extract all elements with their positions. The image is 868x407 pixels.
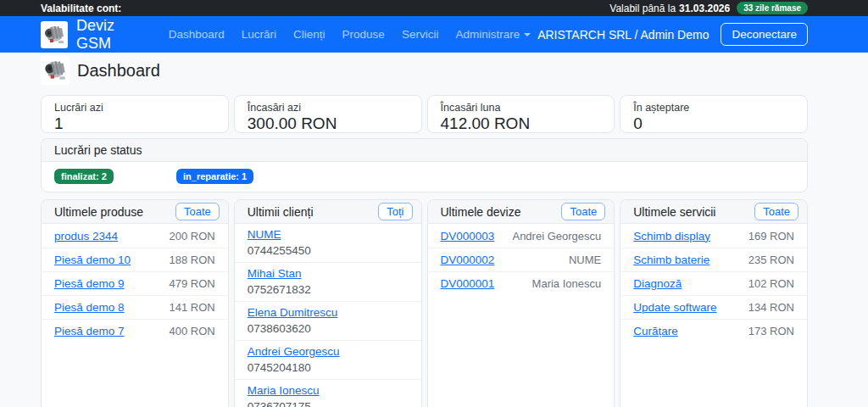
status-badge-wrap: in_reparatie: 1 xyxy=(176,168,298,184)
client-phone: 0745204180 xyxy=(248,360,409,376)
product-row: Piesă demo 7400 RON xyxy=(42,319,228,343)
client-phone: 0744255450 xyxy=(248,243,409,259)
client-phone: 0738603620 xyxy=(248,321,409,337)
service-link[interactable]: Curățare xyxy=(633,325,678,337)
panel-products-title: Ultimele produse xyxy=(54,205,143,219)
service-price: 235 RON xyxy=(748,254,794,266)
invoice-row: DV000003Andrei Georgescu xyxy=(428,224,615,248)
client-row: Mihai Stan0752671832 xyxy=(235,262,421,301)
client-row: NUME0744255450 xyxy=(235,224,421,262)
main-navbar: Deviz GSM DashboardLucrăriCliențiProduse… xyxy=(0,16,868,53)
service-row: Curățare173 RON xyxy=(620,319,807,343)
service-row: Schimb display169 RON xyxy=(620,224,807,248)
stat-value: 412.00 RON xyxy=(441,114,602,133)
product-price: 400 RON xyxy=(170,325,215,337)
client-row: Elena Dumitrescu0738603620 xyxy=(235,301,421,340)
invoices-all-button[interactable]: Toate xyxy=(561,203,605,220)
client-row: Andrei Georgescu0745204180 xyxy=(235,340,421,379)
product-row: Piesă demo 10188 RON xyxy=(42,248,228,271)
panel-products: Ultimele produse Toate produs 2344200 RO… xyxy=(41,199,229,407)
stat-value: 0 xyxy=(633,114,794,133)
panel-clients: Ultimii clienți Toți NUME0744255450Mihai… xyxy=(234,199,422,407)
service-link[interactable]: Diagnoză xyxy=(633,277,682,290)
stat-card: Lucrări azi1 xyxy=(41,95,229,133)
client-phone: 0752671832 xyxy=(248,282,409,298)
stat-card: Încasări azi300.00 RON xyxy=(234,95,422,133)
invoice-link[interactable]: DV000003 xyxy=(441,230,495,243)
stat-card: Încasări luna412.00 RON xyxy=(427,95,615,133)
product-price: 188 RON xyxy=(170,254,215,266)
valid-until-date: 31.03.2026 xyxy=(679,3,730,14)
nav-item-label: Lucrări xyxy=(242,28,276,41)
alternator-icon xyxy=(42,57,69,84)
client-link[interactable]: Maria Ionescu xyxy=(248,384,320,397)
nav-item-label: Administrare xyxy=(455,28,520,41)
client-link[interactable]: Andrei Georgescu xyxy=(248,345,340,358)
stat-value: 1 xyxy=(54,114,215,133)
panel-services: Ultimele servicii Toate Schimb display16… xyxy=(620,199,808,407)
chevron-down-icon xyxy=(524,33,531,36)
product-row: Piesă demo 8141 RON xyxy=(42,295,228,319)
stat-card: În așteptare0 xyxy=(620,95,808,133)
service-link[interactable]: Schimb display xyxy=(633,230,710,243)
nav-item-clienti[interactable]: Clienți xyxy=(287,25,332,44)
page-logo xyxy=(41,56,70,85)
service-price: 134 RON xyxy=(748,301,794,314)
product-link[interactable]: Piesă demo 9 xyxy=(54,277,125,290)
status-badges: finalizat: 2in_reparatie: 1 xyxy=(42,162,807,192)
stat-label: Încasări luna xyxy=(441,101,602,114)
nav-item-dashboard[interactable]: Dashboard xyxy=(162,25,231,44)
client-link[interactable]: NUME xyxy=(248,228,281,241)
client-link[interactable]: Mihai Stan xyxy=(248,267,302,280)
nav-item-lucrari[interactable]: Lucrări xyxy=(235,25,283,44)
days-remaining-badge: 33 zile rămase xyxy=(737,2,808,14)
account-validity-label: Valabilitate cont: xyxy=(41,3,121,14)
product-link[interactable]: Piesă demo 8 xyxy=(54,301,125,314)
stat-value: 300.00 RON xyxy=(248,114,409,133)
service-row: Schimb baterie235 RON xyxy=(620,248,807,271)
nav-item-label: Clienți xyxy=(293,28,326,41)
nav-item-administrare[interactable]: Administrare xyxy=(448,25,537,44)
brand-logo[interactable] xyxy=(41,21,68,48)
service-price: 102 RON xyxy=(748,277,794,290)
nav-item-label: Servicii xyxy=(402,28,439,41)
status-panel-title: Lucrări pe status xyxy=(54,143,142,157)
brand-name[interactable]: Deviz GSM xyxy=(76,17,147,53)
page-header: Dashboard xyxy=(41,56,808,85)
product-link[interactable]: Piesă demo 10 xyxy=(54,254,131,266)
panel-clients-title: Ultimii clienți xyxy=(248,205,314,219)
nav-item-produse[interactable]: Produse xyxy=(336,25,392,44)
stats-row: Lucrări azi1Încasări azi300.00 RONÎncasă… xyxy=(41,95,808,133)
nav-item-servicii[interactable]: Servicii xyxy=(395,25,446,44)
invoice-link[interactable]: DV000002 xyxy=(441,254,495,266)
account-validity-bar: Valabilitate cont: Valabil până la31.03.… xyxy=(0,0,868,16)
client-link[interactable]: Elena Dumitrescu xyxy=(248,306,338,319)
status-badge-wrap: finalizat: 2 xyxy=(54,168,176,184)
panel-services-title: Ultimele servicii xyxy=(633,205,715,219)
panel-invoices: Ultimele devize Toate DV000003Andrei Geo… xyxy=(427,199,615,407)
stat-label: În așteptare xyxy=(633,101,794,114)
status-badge: in_reparatie: 1 xyxy=(176,169,253,184)
invoice-row: DV000001Maria Ionescu xyxy=(428,271,615,295)
product-price: 141 RON xyxy=(170,301,215,314)
services-all-button[interactable]: Toate xyxy=(754,203,798,220)
invoice-client: Maria Ionescu xyxy=(532,277,602,290)
status-badge: finalizat: 2 xyxy=(54,169,114,184)
clients-all-button[interactable]: Toți xyxy=(378,203,412,220)
status-panel: Lucrări pe status finalizat: 2in_reparat… xyxy=(41,138,808,192)
service-row: Diagnoză102 RON xyxy=(620,271,807,295)
nav-links: DashboardLucrăriCliențiProduseServiciiAd… xyxy=(162,25,537,44)
client-phone: 0736707175 xyxy=(248,399,409,407)
products-all-button[interactable]: Toate xyxy=(175,203,220,220)
stat-label: Încasări azi xyxy=(248,101,409,114)
panel-invoices-title: Ultimele devize xyxy=(441,205,521,219)
valid-until-text: Valabil până la31.03.2026 xyxy=(609,3,730,14)
product-price: 479 RON xyxy=(170,277,215,290)
stat-label: Lucrări azi xyxy=(54,101,215,114)
service-link[interactable]: Schimb baterie xyxy=(633,254,709,266)
product-link[interactable]: produs 2344 xyxy=(54,230,118,243)
service-link[interactable]: Update software xyxy=(633,301,716,314)
logout-button[interactable]: Deconectare xyxy=(721,23,808,46)
invoice-link[interactable]: DV000001 xyxy=(441,277,495,290)
product-link[interactable]: Piesă demo 7 xyxy=(54,325,125,337)
